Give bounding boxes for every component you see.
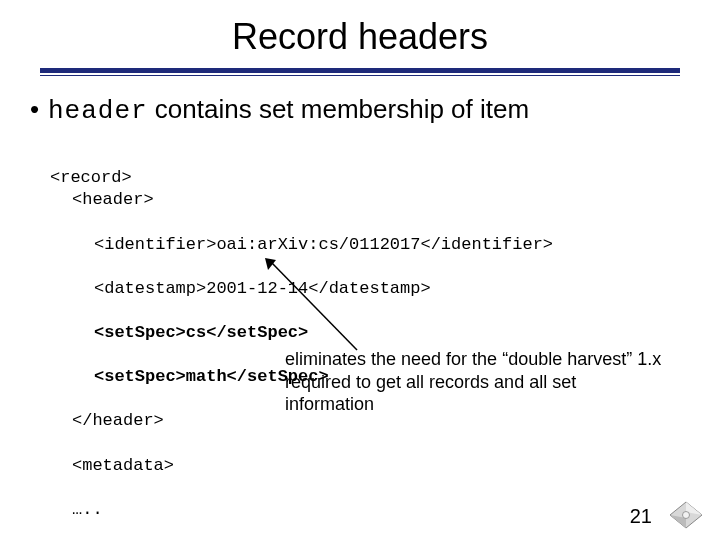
bullet-rest: contains set membership of item [148, 94, 530, 124]
bullet-code-word: header [48, 96, 148, 126]
xml-line: <identifier>oai:arXiv:cs/0112017</identi… [50, 234, 680, 256]
slide-title: Record headers [0, 16, 720, 58]
page-number: 21 [630, 505, 652, 528]
svg-point-5 [683, 512, 690, 519]
xml-line: <datestamp>2001-12-14</datestamp> [50, 278, 680, 300]
bullet-line: •header contains set membership of item [30, 94, 690, 127]
title-rule [40, 68, 680, 76]
xml-line: <metadata> [50, 455, 680, 477]
callout-text: eliminates the need for the “double harv… [285, 348, 665, 416]
bullet-dot: • [30, 94, 48, 125]
corner-logo-icon [666, 500, 706, 530]
xml-example: <record> <header> <identifier>oai:arXiv:… [50, 145, 680, 540]
xml-line-bold: <setSpec>cs</setSpec> [50, 322, 680, 344]
xml-line: ….. [50, 499, 680, 521]
xml-line: <record> [50, 168, 132, 187]
xml-line: <header> [50, 189, 680, 211]
